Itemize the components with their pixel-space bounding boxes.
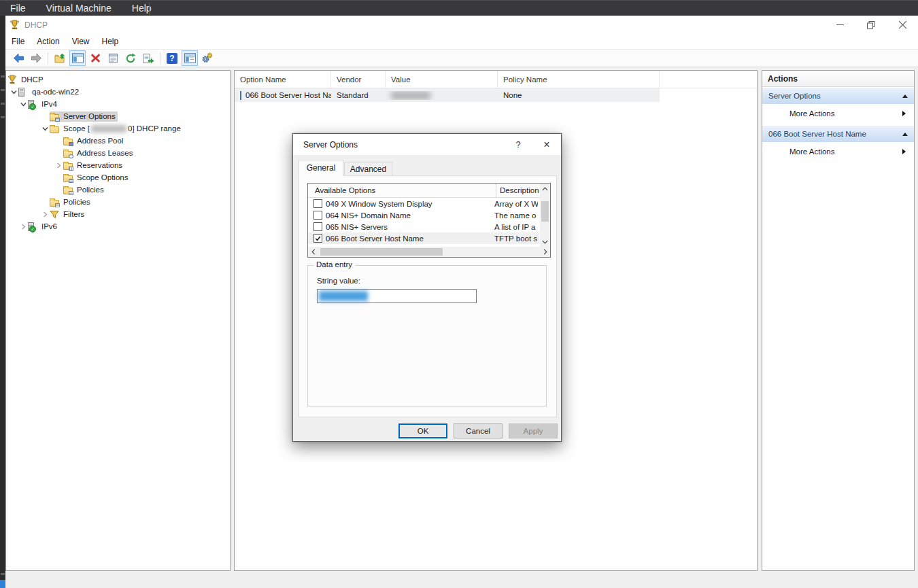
tree-label: Policies <box>75 185 106 194</box>
services-gears-icon[interactable] <box>199 50 216 66</box>
column-policy-name[interactable]: Policy Name <box>498 71 660 88</box>
tree-label: qa-odc-win22 <box>30 87 81 97</box>
actions-group-066[interactable]: 066 Boot Server Host Name <box>762 125 914 142</box>
strip-mark <box>1 75 5 77</box>
tree-item-reservations[interactable]: Reservations <box>6 159 230 171</box>
tree-label: Server Options <box>61 111 118 121</box>
tree-item-scope[interactable]: Scope [0] DHCP range <box>6 122 230 135</box>
option-row-064[interactable]: 064 NIS+ Domain Name The name o <box>308 209 539 221</box>
up-one-level-icon[interactable] <box>52 50 68 66</box>
checkbox-unchecked[interactable] <box>313 222 322 231</box>
column-value[interactable]: Value <box>386 71 498 88</box>
vm-menu-help[interactable]: Help <box>122 1 162 16</box>
apply-button: Apply <box>509 423 558 438</box>
show-console-window-icon[interactable] <box>69 50 86 66</box>
collapse-icon <box>902 133 908 136</box>
checkbox-unchecked[interactable] <box>313 199 322 208</box>
chevron-slot <box>54 185 63 194</box>
vm-side-strip <box>0 16 5 588</box>
minimize-button[interactable] <box>825 16 855 34</box>
menu-view[interactable]: View <box>66 34 96 49</box>
dialog-close-button[interactable]: × <box>539 139 554 151</box>
option-row-065[interactable]: 065 NIS+ Servers A list of IP a <box>308 221 539 232</box>
tab-general[interactable]: General <box>299 160 343 176</box>
folder-options-icon <box>63 173 75 183</box>
tab-advanced[interactable]: Advanced <box>344 162 392 176</box>
vm-menu-file[interactable]: File <box>0 1 36 16</box>
scroll-up-icon[interactable] <box>540 184 550 194</box>
tree-item-server-options[interactable]: Server Options <box>6 110 230 122</box>
tree-item-filters[interactable]: Filters <box>6 208 230 220</box>
chevron-collapsed-icon[interactable] <box>18 222 28 231</box>
dialog-help-button[interactable]: ? <box>512 139 524 150</box>
chevron-collapsed-icon[interactable] <box>54 160 63 170</box>
column-filler <box>660 71 757 88</box>
options-list-header: Available Options Description <box>308 184 550 198</box>
export-list-icon[interactable] <box>140 50 156 66</box>
tree-item-ipv4[interactable]: IPv4 <box>6 98 230 110</box>
refresh-icon[interactable] <box>122 50 139 66</box>
menu-help[interactable]: Help <box>96 34 125 49</box>
tree-item-server[interactable]: qa-odc-win22 <box>6 86 230 98</box>
chevron-collapsed-icon[interactable] <box>40 209 50 219</box>
help-icon[interactable]: ? <box>164 50 180 66</box>
more-actions-server-options[interactable]: More Actions <box>762 104 914 123</box>
option-row-066[interactable]: 066 Boot Server Host Name TFTP boot s <box>308 232 539 244</box>
forward-icon[interactable] <box>28 50 44 66</box>
scroll-right-icon[interactable] <box>540 247 550 257</box>
dhcp-window-titlebar[interactable]: DHCP <box>5 16 918 34</box>
string-value-label: String value: <box>317 277 360 285</box>
folder-pool-icon <box>63 136 75 146</box>
tree-label: DHCP <box>19 75 46 84</box>
horizontal-scroll-thumb[interactable] <box>320 248 443 256</box>
vertical-scrollbar[interactable] <box>540 184 550 247</box>
chevron-expanded-icon[interactable] <box>18 99 28 109</box>
strip-mark <box>1 573 5 575</box>
chevron-expanded-icon[interactable] <box>9 87 18 97</box>
column-available-options[interactable]: Available Options <box>308 184 496 197</box>
tree-item-policies-scope[interactable]: Policies <box>6 184 230 196</box>
tree-item-dhcp[interactable]: DHCP <box>6 73 230 86</box>
more-actions-066[interactable]: More Actions <box>762 142 914 161</box>
chevron-expanded-icon[interactable] <box>40 124 50 133</box>
folder-options-icon <box>50 111 61 122</box>
vm-menu-virtual-machine[interactable]: Virtual Machine <box>36 1 122 16</box>
column-vendor[interactable]: Vendor <box>331 71 386 88</box>
data-entry-legend: Data entry <box>313 260 355 269</box>
scroll-left-icon[interactable] <box>308 247 318 257</box>
strip-accent <box>0 580 5 588</box>
tree-item-policies-server[interactable]: Policies <box>6 196 230 208</box>
dialog-title: Server Options <box>303 140 358 150</box>
tree-item-address-pool[interactable]: Address Pool <box>6 135 230 147</box>
restore-button[interactable] <box>855 16 886 34</box>
actions-group-server-options[interactable]: Server Options <box>762 87 914 104</box>
tree-label: Filters <box>61 209 86 219</box>
checkbox-checked[interactable] <box>313 234 322 243</box>
chevron-slot <box>54 173 63 182</box>
option-row-066[interactable]: 066 Boot Server Host Name Standard None <box>235 88 660 102</box>
vertical-scroll-thumb[interactable] <box>541 201 549 222</box>
delete-icon[interactable] <box>87 50 103 66</box>
cancel-button[interactable]: Cancel <box>454 423 503 438</box>
tree-item-scope-options[interactable]: Scope Options <box>6 171 230 184</box>
properties-icon[interactable] <box>105 50 121 66</box>
menu-file[interactable]: File <box>5 34 31 49</box>
close-button[interactable] <box>887 16 918 34</box>
string-value-input[interactable] <box>317 289 477 303</box>
actions-group-label: Server Options <box>768 92 821 100</box>
horizontal-scrollbar[interactable] <box>308 247 550 257</box>
tree-item-address-leases[interactable]: Address Leases <box>6 147 230 159</box>
toolbar-divider <box>48 52 48 65</box>
tree-label: Scope Options <box>75 173 130 182</box>
option-row-049[interactable]: 049 X Window System Display Array of X W <box>308 198 539 209</box>
collapse-icon <box>902 94 908 98</box>
tree-item-ipv6[interactable]: IPv6 <box>6 220 230 232</box>
show-hide-console-tree-icon[interactable] <box>182 50 198 66</box>
column-option-name[interactable]: Option Name <box>235 71 331 88</box>
tree-label: Policies <box>61 197 92 207</box>
scroll-down-icon[interactable] <box>540 237 550 247</box>
menu-action[interactable]: Action <box>31 34 65 49</box>
ok-button[interactable]: OK <box>398 423 447 438</box>
checkbox-unchecked[interactable] <box>313 211 322 220</box>
back-icon[interactable] <box>10 50 27 66</box>
